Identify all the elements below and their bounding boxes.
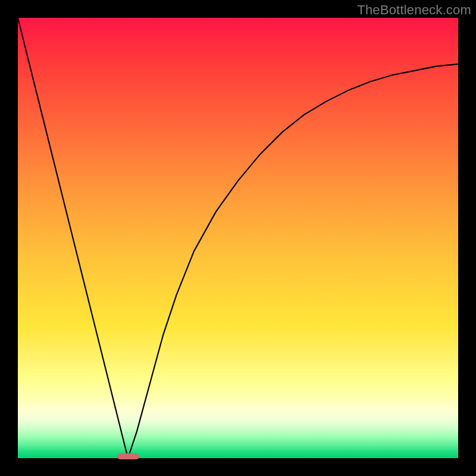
plot-area <box>18 18 458 458</box>
watermark-text: TheBottleneck.com <box>357 2 471 18</box>
chart-frame: TheBottleneck.com <box>0 0 476 476</box>
minimum-marker <box>117 453 139 459</box>
bottleneck-curve <box>18 18 458 458</box>
curve-path <box>18 18 458 458</box>
